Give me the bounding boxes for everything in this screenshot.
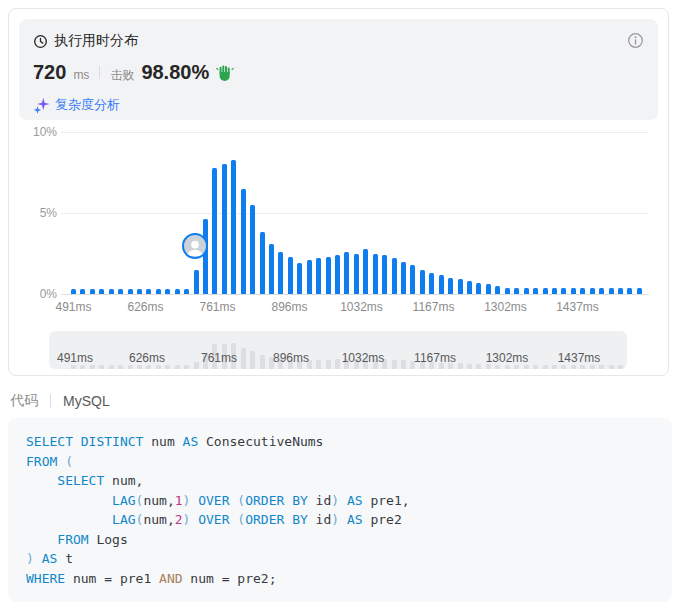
- minimap-bar: [599, 365, 604, 369]
- minimap-bar: [71, 365, 76, 369]
- code-section-header: 代码 MySQL: [10, 392, 110, 410]
- runtime-bar[interactable]: [80, 289, 85, 294]
- runtime-bar[interactable]: [363, 249, 368, 294]
- runtime-bar[interactable]: [165, 289, 170, 294]
- x-tick-label: 491ms: [55, 300, 91, 314]
- runtime-bar[interactable]: [552, 288, 557, 294]
- minimap-tick-label: 491ms: [57, 351, 93, 365]
- chart-range-brush[interactable]: 491ms626ms761ms896ms1032ms1167ms1302ms14…: [49, 331, 627, 369]
- runtime-bar[interactable]: [524, 288, 529, 294]
- runtime-bar[interactable]: [203, 219, 208, 294]
- runtime-bar[interactable]: [543, 288, 548, 294]
- runtime-bar[interactable]: [231, 160, 236, 294]
- runtime-bar[interactable]: [382, 255, 387, 294]
- runtime-bar[interactable]: [250, 205, 255, 294]
- runtime-bar[interactable]: [627, 288, 632, 294]
- minimap-bar: [156, 365, 161, 369]
- runtime-bar[interactable]: [392, 258, 397, 294]
- runtime-bar[interactable]: [448, 278, 453, 294]
- minimap-bar: [184, 365, 189, 369]
- runtime-bar[interactable]: [288, 257, 293, 294]
- runtime-bar[interactable]: [609, 288, 614, 294]
- minimap-bar: [590, 365, 595, 369]
- runtime-bar[interactable]: [354, 254, 359, 295]
- runtime-bar[interactable]: [637, 288, 642, 294]
- info-icon[interactable]: [627, 32, 644, 49]
- runtime-bar[interactable]: [410, 265, 415, 294]
- runtime-bar[interactable]: [326, 257, 331, 294]
- runtime-bar[interactable]: [590, 288, 595, 294]
- minimap-bar: [580, 365, 585, 369]
- minimap-bar: [175, 365, 180, 369]
- runtime-bar[interactable]: [278, 252, 283, 294]
- runtime-bar[interactable]: [344, 252, 349, 294]
- runtime-bar[interactable]: [599, 288, 604, 294]
- runtime-bar[interactable]: [505, 288, 510, 294]
- runtime-unit: ms: [73, 68, 89, 82]
- runtime-bar[interactable]: [118, 289, 123, 294]
- runtime-bar[interactable]: [212, 168, 217, 294]
- runtime-bar[interactable]: [439, 275, 444, 294]
- code-line: WHERE num = pre1 AND num = pre2;: [26, 569, 654, 589]
- minimap-bar: [118, 365, 123, 369]
- runtime-bar[interactable]: [90, 289, 95, 294]
- runtime-bar[interactable]: [156, 289, 161, 294]
- runtime-bar[interactable]: [241, 189, 246, 294]
- minimap-bar: [260, 355, 265, 369]
- runtime-bar[interactable]: [571, 288, 576, 294]
- minimap-bar: [392, 360, 397, 369]
- runtime-bar[interactable]: [146, 289, 151, 294]
- runtime-bar[interactable]: [401, 262, 406, 294]
- runtime-bar[interactable]: [175, 289, 180, 294]
- runtime-bar[interactable]: [420, 270, 425, 294]
- minimap-bar: [571, 365, 576, 369]
- minimap-bar: [552, 365, 557, 369]
- runtime-bar[interactable]: [316, 258, 321, 294]
- minimap-bar: [316, 360, 321, 369]
- runtime-bar[interactable]: [109, 289, 114, 294]
- runtime-bar[interactable]: [561, 288, 566, 294]
- complexity-analysis-link[interactable]: 复杂度分析: [33, 96, 644, 114]
- minimap-bar: [326, 360, 331, 369]
- divider: [50, 394, 51, 408]
- runtime-bar[interactable]: [580, 288, 585, 294]
- beats-value: 98.80%: [141, 61, 209, 84]
- minimap-tick-label: 1167ms: [414, 351, 456, 365]
- minimap-tick-label: 1437ms: [558, 351, 601, 365]
- runtime-bar[interactable]: [467, 281, 472, 294]
- code-line: SELECT DISTINCT num AS ConsecutiveNums: [26, 432, 654, 452]
- runtime-bar[interactable]: [269, 244, 274, 294]
- user-runtime-marker[interactable]: [182, 233, 208, 259]
- runtime-bar[interactable]: [495, 286, 500, 294]
- runtime-bar[interactable]: [514, 288, 519, 294]
- runtime-bar[interactable]: [486, 284, 491, 294]
- minimap-bar: [90, 365, 95, 369]
- runtime-bar[interactable]: [373, 254, 378, 295]
- runtime-bar[interactable]: [458, 279, 463, 294]
- runtime-bar[interactable]: [476, 283, 481, 294]
- runtime-bar[interactable]: [137, 289, 142, 294]
- minimap-bar: [335, 359, 340, 369]
- runtime-bar[interactable]: [222, 164, 227, 294]
- runtime-title-row: 执行用时分布: [33, 32, 644, 50]
- minimap-tick-label: 626ms: [129, 351, 165, 365]
- runtime-bar[interactable]: [184, 289, 189, 294]
- minimap-bar: [618, 365, 623, 369]
- minimap-bar: [241, 348, 246, 369]
- runtime-bar[interactable]: [71, 289, 76, 294]
- runtime-bar[interactable]: [99, 289, 104, 294]
- minimap-bar: [109, 365, 114, 369]
- runtime-bar[interactable]: [297, 263, 302, 294]
- runtime-bar[interactable]: [618, 288, 623, 294]
- minimap-bar: [495, 365, 500, 369]
- runtime-bar[interactable]: [194, 270, 199, 294]
- runtime-bar[interactable]: [533, 288, 538, 294]
- runtime-bar[interactable]: [335, 255, 340, 294]
- runtime-bar[interactable]: [128, 289, 133, 294]
- code-line: LAG(num,1) OVER (ORDER BY id) AS pre1,: [26, 491, 654, 511]
- x-tick-label: 1032ms: [340, 300, 383, 314]
- divider: [99, 66, 100, 79]
- runtime-bar[interactable]: [429, 273, 434, 294]
- runtime-bar[interactable]: [307, 260, 312, 294]
- runtime-bar[interactable]: [260, 232, 265, 294]
